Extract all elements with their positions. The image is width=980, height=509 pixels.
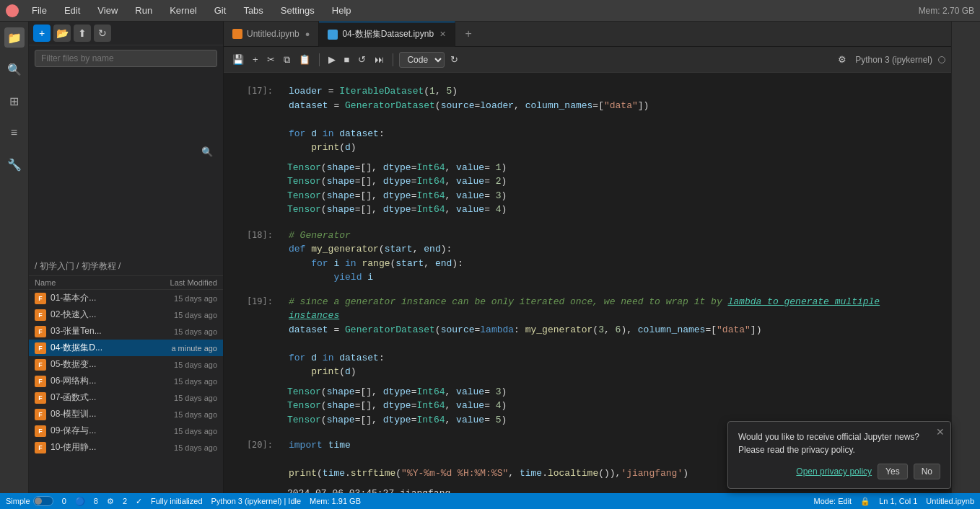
cell-17-num: [17]: (224, 80, 281, 223)
menu-run[interactable]: Run (131, 4, 157, 17)
tab-dataset[interactable]: 04-数据集Dataset.ipynb ✕ (319, 22, 455, 47)
run-cell-button[interactable]: ▶ (325, 53, 338, 66)
sidebar-toolbar: + 📂 ⬆ ↻ (29, 22, 223, 45)
open-folder-button[interactable]: 📂 (53, 25, 71, 42)
stop-button[interactable]: ■ (341, 53, 353, 66)
extensions-icon[interactable]: ⊞ (4, 91, 25, 111)
simple-mode: Simple (6, 496, 53, 506)
mem-status: Mem: 1.91 GB (310, 497, 361, 505)
cursor-position: Ln 1, Col 1 (879, 497, 917, 505)
status-icon1: 🔵 (75, 497, 85, 506)
file-icon: F (35, 442, 46, 453)
menu-git[interactable]: Git (210, 4, 231, 17)
run-all-button[interactable]: ⏭ (372, 53, 387, 66)
gear-icon[interactable]: ⚙ (835, 53, 849, 66)
simple-toggle[interactable] (33, 496, 53, 506)
cell-18-body: # Generator def my_generator(start, end)… (281, 224, 940, 289)
kernel-info: ⚙ Python 3 (ipykernel) (835, 53, 945, 66)
file-name: 07-函数式... (51, 391, 144, 404)
cell-18-input[interactable]: # Generator def my_generator(start, end)… (281, 224, 940, 289)
cell-19: [19]: # since a generator instance can b… (224, 291, 951, 433)
paste-button[interactable]: 📋 (296, 53, 313, 66)
col-name: Name (35, 278, 138, 287)
restart-button[interactable]: ↺ (355, 53, 369, 66)
yes-button[interactable]: Yes (878, 464, 908, 479)
file-icon: F (35, 309, 46, 321)
file-list: F 01-基本介... 15 days ago F 02-快速入... 15 d… (29, 290, 223, 493)
file-date: 15 days ago (149, 410, 217, 419)
file-item[interactable]: F 03-张量Ten... 15 days ago (29, 323, 223, 340)
cell-19-body: # since a generator instance can be only… (281, 291, 940, 433)
notebook-toolbar: 💾 + ✂ ⧉ 📋 ▶ ■ ↺ ⏭ Code ↻ ⚙ Python 3 (ipy… (224, 47, 951, 73)
cut-button[interactable]: ✂ (264, 53, 278, 66)
open-privacy-policy-link[interactable]: Open privacy policy (796, 466, 872, 477)
tab-close-dataset[interactable]: ✕ (439, 30, 446, 39)
search-icon: 🔍 (201, 146, 213, 157)
cursor-icon: 🔒 (860, 497, 870, 506)
app-logo (6, 4, 19, 17)
menu-help[interactable]: Help (328, 4, 356, 17)
status-num1: 8 (94, 497, 98, 505)
no-button[interactable]: No (914, 464, 940, 479)
tab-icon-dataset (328, 30, 338, 40)
tab-close-untitled[interactable]: ● (305, 30, 310, 38)
menu-view[interactable]: View (93, 4, 122, 17)
file-date: 15 days ago (149, 443, 217, 452)
cell-17-input[interactable]: loader = IterableDataset(1, 5) dataset =… (281, 80, 940, 159)
menu-settings[interactable]: Settings (276, 4, 319, 17)
tab-label-dataset: 04-数据集Dataset.ipynb (342, 28, 434, 40)
debug-icon[interactable]: ≡ (4, 123, 25, 143)
kernel-name: Python 3 (ipykernel) (855, 55, 932, 65)
col-date: Last Modified (138, 278, 217, 287)
search-activity-icon[interactable]: 🔍 (4, 59, 25, 79)
file-item[interactable]: F 06-网络构... 15 days ago (29, 373, 223, 389)
refresh-button[interactable]: ↻ (94, 25, 111, 42)
file-item[interactable]: F 10-使用静... 15 days ago (29, 439, 223, 456)
kernel-status-indicator (938, 56, 945, 63)
upload-button[interactable]: ⬆ (74, 25, 91, 42)
initialized-status: ✓ (136, 497, 142, 506)
menu-file[interactable]: File (27, 4, 51, 17)
refresh-kernel-button[interactable]: ↻ (447, 53, 461, 66)
file-date: a minute ago (149, 344, 217, 353)
file-item[interactable]: F 02-快速入... 15 days ago (29, 306, 223, 323)
notification-close-button[interactable]: ✕ (936, 426, 945, 438)
file-icon: F (35, 342, 46, 354)
toggle-dot (35, 497, 42, 505)
files-icon[interactable]: 📁 (4, 27, 25, 48)
tab-icon-untitled (232, 29, 242, 39)
plugins-icon[interactable]: 🔧 (4, 154, 25, 174)
search-input[interactable] (35, 50, 217, 67)
notification-actions: Open privacy policy Yes No (738, 464, 940, 479)
simple-label: Simple (6, 497, 30, 505)
cell-type-select[interactable]: Code (399, 52, 445, 68)
save-button[interactable]: 💾 (229, 53, 247, 66)
copy-button[interactable]: ⧉ (281, 53, 293, 67)
menu-bar: File Edit View Run Kernel Git Tabs Setti… (0, 0, 980, 22)
statusbar-right: Mode: Edit 🔒 Ln 1, Col 1 Untitled.ipynb (814, 497, 974, 506)
menu-tabs[interactable]: Tabs (239, 4, 267, 17)
menu-edit[interactable]: Edit (60, 4, 84, 17)
file-item[interactable]: F 01-基本介... 15 days ago (29, 290, 223, 306)
file-item[interactable]: F 05-数据变... 15 days ago (29, 356, 223, 373)
cell-18-num: [18]: (224, 224, 281, 289)
tab-untitled[interactable]: Untitled.ipynb ● (224, 22, 319, 47)
cell-19-input[interactable]: # since a generator instance can be only… (281, 291, 940, 384)
file-name: 09-保存与... (51, 425, 144, 437)
cell-17-body: loader = IterableDataset(1, 5) dataset =… (281, 80, 940, 223)
file-item-active[interactable]: F 04-数据集D... a minute ago (29, 340, 223, 356)
file-name: 02-快速入... (51, 309, 144, 321)
new-file-button[interactable]: + (33, 25, 51, 42)
tab-add-button[interactable]: + (458, 24, 478, 44)
menu-kernel[interactable]: Kernel (165, 4, 201, 17)
add-cell-button[interactable]: + (250, 53, 261, 66)
file-name: 08-模型训... (51, 408, 144, 420)
file-item[interactable]: F 09-保存与... 15 days ago (29, 422, 223, 439)
file-icon: F (35, 409, 46, 420)
cell-count: 0 (62, 497, 66, 505)
file-item[interactable]: F 08-模型训... 15 days ago (29, 406, 223, 422)
kernel-status: Python 3 (ipykernel) | Idle (211, 497, 302, 505)
cell-18: [18]: # Generator def my_generator(start… (224, 224, 951, 289)
file-name: 10-使用静... (51, 441, 144, 453)
file-item[interactable]: F 07-函数式... 15 days ago (29, 389, 223, 406)
